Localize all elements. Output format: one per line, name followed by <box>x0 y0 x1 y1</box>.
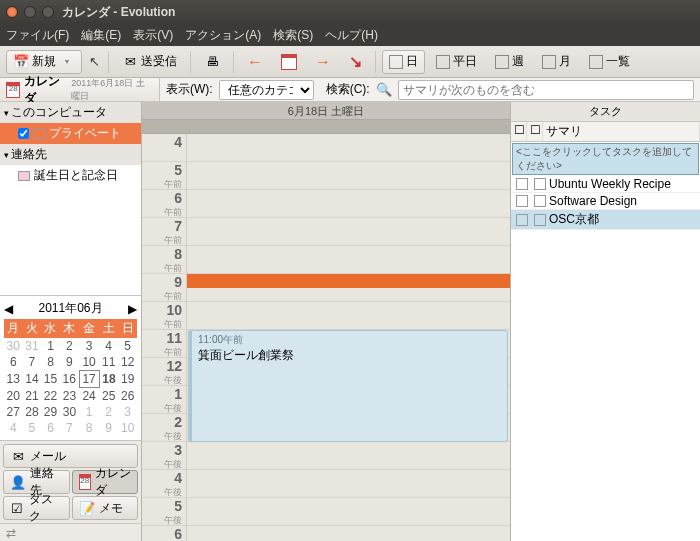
view-week-button[interactable]: 週 <box>488 50 531 74</box>
minical-day[interactable]: 17 <box>79 371 99 388</box>
task-row[interactable]: Ubuntu Weekly Recipe <box>511 176 700 193</box>
minical-day[interactable]: 9 <box>60 354 79 371</box>
minical-day[interactable]: 20 <box>4 388 23 405</box>
minical-day[interactable]: 3 <box>118 404 137 420</box>
col-complete[interactable]: ☐ <box>511 122 527 141</box>
tree-group-contacts[interactable]: ▾連絡先 <box>0 144 141 165</box>
minical-day[interactable]: 8 <box>79 420 99 436</box>
minical-day[interactable]: 28 <box>23 404 42 420</box>
menu-edit[interactable]: 編集(E) <box>81 27 121 44</box>
minical-day[interactable]: 14 <box>23 371 42 388</box>
task-checkbox[interactable] <box>516 195 528 207</box>
hour-row[interactable]: 10午前 <box>142 302 510 330</box>
col-priority[interactable]: ☐ <box>527 122 543 141</box>
task-checkbox[interactable] <box>516 214 528 226</box>
today-button[interactable] <box>274 50 304 74</box>
minical-day[interactable]: 31 <box>23 338 42 354</box>
hour-row[interactable]: 6午後 <box>142 526 510 541</box>
task-checkbox[interactable] <box>516 178 528 190</box>
minical-day[interactable]: 26 <box>118 388 137 405</box>
sendrecv-button[interactable]: ✉ 送受信 <box>115 50 184 74</box>
window-maximize-button[interactable] <box>42 6 54 18</box>
print-button[interactable]: 🖶 <box>197 50 227 74</box>
minical-day[interactable]: 21 <box>23 388 42 405</box>
minical-day[interactable]: 23 <box>60 388 79 405</box>
goto-button[interactable]: ↘ <box>342 50 369 74</box>
window-minimize-button[interactable] <box>24 6 36 18</box>
hour-grid[interactable]: 11:00午前 箕面ビール創業祭 45午前6午前7午前8午前9午前10午前11午… <box>142 134 510 541</box>
minical-day[interactable]: 24 <box>79 388 99 405</box>
task-checkbox[interactable] <box>534 214 546 226</box>
allday-row[interactable] <box>142 120 510 134</box>
menu-help[interactable]: ヘルプ(H) <box>325 27 378 44</box>
view-month-button[interactable]: 月 <box>535 50 578 74</box>
minical-day[interactable]: 13 <box>4 371 23 388</box>
minical-day[interactable]: 29 <box>41 404 60 420</box>
hour-row[interactable]: 4 <box>142 134 510 162</box>
minical-day[interactable]: 10 <box>118 420 137 436</box>
window-close-button[interactable] <box>6 6 18 18</box>
minical-day[interactable]: 7 <box>60 420 79 436</box>
next-button[interactable]: → <box>308 50 338 74</box>
hour-row[interactable]: 9午前 <box>142 274 510 302</box>
minical-day[interactable]: 22 <box>41 388 60 405</box>
prev-button[interactable]: ← <box>240 50 270 74</box>
minical-day[interactable]: 9 <box>99 420 118 436</box>
minical-day[interactable]: 1 <box>41 338 60 354</box>
menu-view[interactable]: 表示(V) <box>133 27 173 44</box>
menu-actions[interactable]: アクション(A) <box>185 27 261 44</box>
hour-row[interactable]: 5午前 <box>142 162 510 190</box>
hour-row[interactable]: 3午後 <box>142 442 510 470</box>
minical-day[interactable]: 30 <box>4 338 23 354</box>
minical-day[interactable]: 4 <box>99 338 118 354</box>
task-checkbox[interactable] <box>534 195 546 207</box>
task-row[interactable]: Software Design <box>511 193 700 210</box>
new-button[interactable]: 📅 新規 ▾ <box>6 50 82 74</box>
hour-row[interactable]: 5午後 <box>142 498 510 526</box>
minical-day[interactable]: 3 <box>79 338 99 354</box>
hour-row[interactable]: 1午後 <box>142 386 510 414</box>
minical-day[interactable]: 6 <box>41 420 60 436</box>
minical-day[interactable]: 15 <box>41 371 60 388</box>
hour-row[interactable]: 12午後 <box>142 358 510 386</box>
minical-day[interactable]: 8 <box>41 354 60 371</box>
minical-prev[interactable]: ◀ <box>4 302 13 316</box>
minical-day[interactable]: 25 <box>99 388 118 405</box>
minical-day[interactable]: 7 <box>23 354 42 371</box>
task-checkbox[interactable] <box>534 178 546 190</box>
tasks-add-hint[interactable]: <ここをクリックしてタスクを追加してください> <box>512 143 699 175</box>
view-list-button[interactable]: 一覧 <box>582 50 637 74</box>
minical-day[interactable]: 4 <box>4 420 23 436</box>
minical-day[interactable]: 10 <box>79 354 99 371</box>
minical-day[interactable]: 19 <box>118 371 137 388</box>
minical-day[interactable]: 27 <box>4 404 23 420</box>
hour-row[interactable]: 8午前 <box>142 246 510 274</box>
switch-tasks[interactable]: ☑タスク <box>3 496 70 520</box>
minical-day[interactable]: 6 <box>4 354 23 371</box>
minical-day[interactable]: 2 <box>60 338 79 354</box>
minical-day[interactable]: 2 <box>99 404 118 420</box>
minical-day[interactable]: 30 <box>60 404 79 420</box>
minical-day[interactable]: 5 <box>118 338 137 354</box>
minical-day[interactable]: 5 <box>23 420 42 436</box>
col-summary[interactable]: サマリ <box>543 122 700 141</box>
category-select[interactable]: 任意のカテゴリ <box>219 80 314 100</box>
menu-file[interactable]: ファイル(F) <box>6 27 69 44</box>
hour-row[interactable]: 11午前 <box>142 330 510 358</box>
minical-day[interactable]: 11 <box>99 354 118 371</box>
switch-calendar[interactable]: 28カレンダ <box>72 470 139 494</box>
minical-day[interactable]: 18 <box>99 371 118 388</box>
tree-checkbox[interactable] <box>18 128 29 139</box>
task-row[interactable]: OSC京都 <box>511 210 700 230</box>
tree-group-this-computer[interactable]: ▾このコンピュータ <box>0 102 141 123</box>
menu-search[interactable]: 検索(S) <box>273 27 313 44</box>
minical-next[interactable]: ▶ <box>128 302 137 316</box>
minical-day[interactable]: 16 <box>60 371 79 388</box>
hour-row[interactable]: 7午前 <box>142 218 510 246</box>
hour-row[interactable]: 2午後 <box>142 414 510 442</box>
minical-day[interactable]: 1 <box>79 404 99 420</box>
view-workweek-button[interactable]: 平日 <box>429 50 484 74</box>
tree-item-private[interactable]: プライベート <box>0 123 141 144</box>
tree-item-birthdays[interactable]: 誕生日と記念日 <box>0 165 141 186</box>
hour-row[interactable]: 6午前 <box>142 190 510 218</box>
